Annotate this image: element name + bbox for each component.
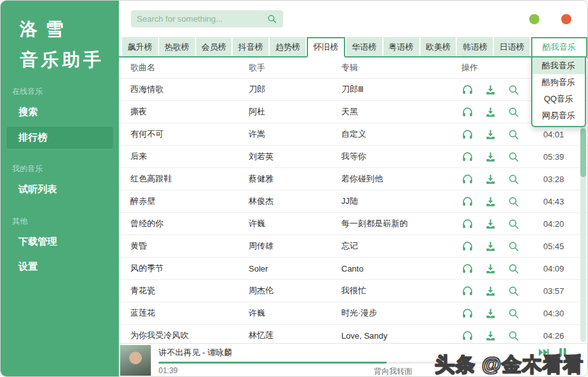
app-window: 洛雪 音乐助手 在线音乐搜索排行榜我的音乐试听列表其他下载管理设置 飙升榜热歌榜 — [0, 0, 588, 377]
table-row[interactable]: 有何不可许嵩自定义 04:01 — [119, 123, 587, 146]
listen-icon[interactable] — [461, 285, 474, 297]
sidebar-section-label: 我的音乐 — [1, 164, 119, 174]
listen-icon[interactable] — [461, 218, 474, 230]
listen-icon[interactable] — [461, 151, 474, 163]
tab-4[interactable]: 趋势榜 — [270, 37, 306, 58]
tab-5[interactable]: 怀旧榜 — [307, 37, 345, 58]
tab-7[interactable]: 粤语榜 — [383, 37, 419, 58]
search-song-icon[interactable] — [507, 84, 520, 96]
search-song-icon[interactable] — [507, 218, 520, 230]
table-row[interactable]: 红色高跟鞋蔡健雅若你碰到他 03:28 — [119, 168, 587, 190]
download-icon[interactable] — [484, 330, 497, 342]
tab-0[interactable]: 飙升榜 — [122, 37, 158, 58]
source-selector[interactable]: 酷我音乐 — [531, 37, 587, 58]
pause-icon[interactable] — [556, 346, 569, 359]
song-album: 天黑 — [341, 106, 450, 118]
song-artist: 刀郎 — [249, 84, 341, 95]
search-input[interactable] — [137, 14, 267, 24]
download-icon[interactable] — [484, 263, 497, 275]
tab-8[interactable]: 欧美榜 — [421, 37, 456, 58]
header-song-name: 歌曲名 — [130, 62, 249, 73]
song-name: 为你我受冷风吹 — [130, 330, 249, 341]
search-song-icon[interactable] — [507, 106, 520, 118]
tab-6[interactable]: 华语榜 — [346, 37, 382, 58]
download-icon[interactable] — [484, 218, 497, 230]
sidebar-item[interactable]: 下载管理 — [1, 229, 119, 254]
listen-icon[interactable] — [461, 173, 474, 185]
download-icon[interactable] — [484, 240, 497, 252]
source-option[interactable]: 网易音乐 — [532, 107, 585, 124]
album-art[interactable] — [120, 345, 151, 376]
song-album: 每一刻都是崭新的 — [341, 218, 450, 229]
listen-icon[interactable] — [461, 84, 474, 96]
close-button[interactable] — [561, 14, 571, 24]
search-song-icon[interactable] — [507, 173, 520, 185]
listen-icon[interactable] — [461, 128, 474, 141]
sidebar-item[interactable]: 试听列表 — [1, 177, 119, 202]
source-option[interactable]: 酷我音乐 — [532, 58, 585, 74]
search-song-icon[interactable] — [507, 196, 520, 208]
download-icon[interactable] — [484, 173, 497, 185]
download-icon[interactable] — [484, 84, 497, 96]
download-icon[interactable] — [484, 151, 497, 163]
table-row[interactable]: 蓝莲花许巍时光·漫步 04:30 — [119, 302, 587, 325]
table-row[interactable]: 西海情歌刀郎刀郎Ⅲ — [119, 79, 587, 101]
tab-10[interactable]: 日语榜 — [494, 37, 530, 58]
search-song-icon[interactable] — [507, 128, 520, 141]
source-option[interactable]: QQ音乐 — [532, 91, 585, 107]
current-time: 01:39 — [159, 366, 178, 375]
table-row[interactable]: 撕夜阿杜天黑 — [119, 101, 587, 123]
song-name: 蓝莲花 — [130, 307, 249, 319]
progress-fill — [159, 362, 387, 364]
listen-icon[interactable] — [461, 196, 474, 208]
search-icon[interactable] — [267, 13, 277, 24]
tab-bar: 飙升榜热歌榜会员榜抖音榜趋势榜怀旧榜华语榜粤语榜欧美榜韩语榜日语榜 酷我音乐 — [119, 37, 587, 58]
search-box[interactable] — [131, 10, 283, 27]
download-icon[interactable] — [484, 307, 497, 319]
source-option[interactable]: 酷狗音乐 — [532, 74, 585, 91]
row-actions — [450, 330, 539, 342]
table-row[interactable]: 风的季节SolerCanto 04:09 — [119, 258, 587, 280]
song-name: 有何不可 — [130, 128, 249, 140]
song-artist: 周传雄 — [249, 240, 341, 252]
tab-9[interactable]: 韩语榜 — [457, 37, 493, 58]
song-name: 青花瓷 — [130, 285, 249, 296]
listen-icon[interactable] — [461, 106, 474, 118]
table-row[interactable]: 醉赤壁林俊杰JJ陆 04:43 — [119, 190, 587, 213]
tab-1[interactable]: 热歌榜 — [159, 37, 195, 58]
download-icon[interactable] — [484, 196, 497, 208]
download-icon[interactable] — [484, 128, 497, 141]
table-row[interactable]: 后来刘若英我等你 05:39 — [119, 146, 587, 168]
download-icon[interactable] — [484, 106, 497, 118]
listen-icon[interactable] — [461, 240, 474, 252]
progress-bar[interactable] — [159, 362, 581, 364]
table-row[interactable]: 青花瓷周杰伦我很忙 03:57 — [119, 280, 587, 302]
sidebar-item[interactable]: 排行榜 — [6, 126, 114, 150]
search-song-icon[interactable] — [507, 263, 520, 275]
player-bottom-row: 01:39 背向我转面 — [159, 366, 581, 375]
tab-2[interactable]: 会员榜 — [196, 37, 232, 58]
download-icon[interactable] — [484, 285, 497, 297]
search-song-icon[interactable] — [507, 151, 520, 163]
search-song-icon[interactable] — [507, 307, 520, 319]
listen-icon[interactable] — [461, 307, 474, 319]
table-row[interactable]: 黄昏周传雄忘记 05:45 — [119, 235, 587, 258]
table-row[interactable]: 曾经的你许巍每一刻都是崭新的 04:20 — [119, 213, 587, 235]
table-row[interactable]: 为你我受冷风吹林忆莲Love, Sandy 04:26 — [119, 325, 587, 343]
scrollbar-thumb[interactable] — [580, 128, 586, 177]
song-artist: 刘若英 — [249, 151, 341, 162]
song-album: 我等你 — [341, 151, 450, 162]
next-track-icon[interactable] — [537, 346, 550, 359]
search-song-icon[interactable] — [507, 285, 520, 297]
lyric-text: 背向我转面 — [374, 366, 412, 377]
search-song-icon[interactable] — [507, 330, 520, 342]
sidebar-item[interactable]: 搜索 — [1, 100, 119, 125]
song-artist: Soler — [249, 264, 341, 273]
tab-3[interactable]: 抖音榜 — [233, 37, 268, 58]
song-album: 刀郎Ⅲ — [341, 84, 450, 95]
sidebar-item[interactable]: 设置 — [1, 254, 119, 279]
listen-icon[interactable] — [461, 330, 474, 342]
minimize-button[interactable] — [529, 14, 539, 24]
listen-icon[interactable] — [461, 263, 474, 275]
search-song-icon[interactable] — [507, 240, 520, 252]
